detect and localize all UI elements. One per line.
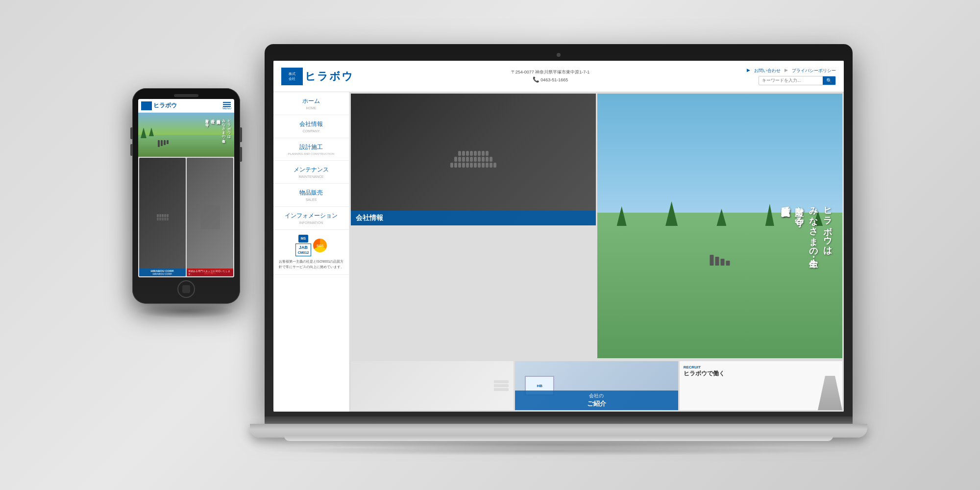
phone-side-button-power[interactable]: [240, 127, 242, 142]
search-button[interactable]: 🔍: [823, 76, 835, 85]
laptop-camera: [557, 53, 561, 57]
product-bg: [351, 361, 514, 410]
phone-tile-company-label: HIRABOU CORP. HIRABOU CORP.: [139, 269, 186, 276]
laptop-body: ヒラボウ 〒254-0077 神奈川県平塚市東中原1-7-1 📞 0463-51…: [265, 44, 853, 416]
phone-home-button-inner: [182, 285, 190, 293]
header-right: ▶ お問い合わせ ▶ プライバシーポリシー 🔍: [747, 68, 836, 85]
privacy-link[interactable]: プライバシーポリシー: [792, 68, 836, 74]
website-root: ヒラボウ 〒254-0077 神奈川県平塚市東中原1-7-1 📞 0463-51…: [273, 61, 844, 412]
logo-text: ヒラボウ: [305, 69, 354, 84]
phone-header: ヒラボウ MENU: [138, 99, 234, 113]
phone-speaker: [174, 94, 198, 97]
search-bar: 🔍: [759, 76, 836, 85]
tile-company-intro[interactable]: HB 会社の ご紹介: [515, 361, 678, 410]
nav-sales[interactable]: 物品販売 SALES: [273, 184, 349, 207]
nav-maintenance[interactable]: メンテナンス MAINTENANCE: [273, 161, 349, 184]
phone-menu-label: MENU: [222, 107, 231, 110]
phone-site: ヒラボウ MENU: [138, 99, 234, 277]
iso-badges: MS JABCM012 SGS: [277, 235, 345, 256]
hero-text-line3: 財産を守る: [792, 200, 807, 252]
hero-text-line4: 総合防災会社で: [778, 200, 792, 252]
phone-planning-sub: 実績ある専門スタッフが 対応いたします。: [187, 269, 233, 276]
site-logo: ヒラボウ: [281, 68, 354, 85]
tile-company[interactable]: 会社情報: [351, 94, 596, 225]
phone-body: ヒラボウ MENU: [132, 88, 240, 304]
iso-certification-area: MS JABCM012 SGS お客様第一主義の社是とISO9001の品質方 針…: [273, 230, 349, 275]
logo-icon: [281, 68, 303, 85]
header-address-block: 〒254-0077 神奈川県平塚市東中原1-7-1 📞 0463-51-1665: [511, 69, 590, 84]
iso-description: お客様第一主義の社是とISO9001の品質方 針で常にサービスの向上に努めていま…: [277, 259, 345, 270]
phone-hero-line3: 総合防災: [215, 117, 221, 136]
nav-company[interactable]: 会社情報 COMPANY: [273, 115, 349, 138]
header-address: 〒254-0077 神奈川県平塚市東中原1-7-1: [511, 69, 590, 75]
company-intro-label: 会社の ご紹介: [515, 391, 678, 410]
site-nav: ホーム HOME 会社情報 COMPANY 設計施工 PLANNING AND …: [273, 92, 349, 412]
tile-hero[interactable]: ヒラボウは みなさまの生命・ 財産を守る 総合防災会社で: [597, 94, 842, 358]
iso-jab-badge: JABCM012: [295, 244, 312, 256]
laptop-reflection: [314, 440, 804, 450]
phone-trees: [141, 127, 154, 138]
hero-people: [710, 255, 730, 266]
laptop-device: ヒラボウ 〒254-0077 神奈川県平塚市東中原1-7-1 📞 0463-51…: [265, 44, 853, 446]
people-group-icon: [450, 151, 496, 168]
hero-text: ヒラボウは みなさまの生命・ 財産を守る 総合防災会社で: [778, 200, 834, 252]
phone-volume-down-button[interactable]: [130, 144, 132, 156]
contact-link[interactable]: お問い合わせ: [754, 68, 781, 74]
phone-screen: ヒラボウ MENU: [138, 99, 234, 277]
phone-side-button-mid[interactable]: [240, 147, 242, 162]
phone-volume-up-button[interactable]: [130, 127, 132, 139]
phone-tile-company[interactable]: HIRABOU CORP. HIRABOU CORP.: [139, 158, 186, 276]
phone-people: [158, 140, 169, 147]
phone-hero-line4: 会社で: [209, 117, 215, 136]
site-header: ヒラボウ 〒254-0077 神奈川県平塚市東中原1-7-1 📞 0463-51…: [273, 61, 844, 92]
phone-hero-text: ヒラボウは みなさまの生命・ 総合防災 会社で 財産を守る: [204, 117, 232, 136]
phone-hamburger-icon: [223, 102, 231, 107]
site-main: ホーム HOME 会社情報 COMPANY 設計施工 PLANNING AND …: [273, 92, 844, 412]
phone-content-grid: HIRABOU CORP. HIRABOU CORP. 設計施工: [138, 157, 234, 277]
header-links: ▶ お問い合わせ ▶ プライバシーポリシー: [747, 68, 836, 74]
recruit-person-silhouette: [818, 376, 842, 410]
hero-text-line1: ヒラボウは: [820, 200, 834, 252]
header-phone: 📞 0463-51-1665: [511, 75, 590, 84]
phone-hero-line1: ヒラボウは: [226, 117, 232, 136]
content-bottom-grid: HB 会社の ご紹介 RECRUIT: [351, 361, 842, 410]
hero-text-line2: みなさまの生命・: [806, 200, 820, 252]
tile-recruit[interactable]: RECRUIT ヒラボウで働く: [680, 361, 842, 410]
phone-menu-button[interactable]: MENU: [222, 102, 231, 110]
content-top-grid: 会社情報: [351, 94, 842, 358]
phone-home-button[interactable]: [177, 280, 195, 298]
nav-planning[interactable]: 設計施工 PLANNING AND CONSTRUCTION: [273, 138, 349, 161]
phone-hero-line2: みなさまの生命・: [221, 117, 226, 136]
nav-information[interactable]: インフォメーション INFORMATION: [273, 207, 349, 230]
phone-hero: ヒラボウは みなさまの生命・ 総合防災 会社で 財産を守る: [138, 113, 234, 157]
phone-hero-line5: 財産を守る: [204, 117, 210, 136]
phone-shadow: [137, 304, 235, 318]
laptop-screen: ヒラボウ 〒254-0077 神奈川県平塚市東中原1-7-1 📞 0463-51…: [273, 61, 844, 412]
phone-logo-text: ヒラボウ: [153, 101, 177, 110]
tile-maintenance-product[interactable]: [351, 361, 514, 410]
phone-tile-planning[interactable]: 設計施工 実績ある専門スタッフが 対応いたします。: [187, 158, 233, 276]
header-triangle: ▶: [747, 68, 750, 74]
product-list-icon: [494, 380, 509, 391]
phone-logo-icon: [141, 101, 152, 110]
content-area: 会社情報: [349, 92, 844, 412]
iso-ms-badge: MS: [298, 235, 309, 243]
company-bg: [351, 94, 596, 225]
tile-company-label: 会社情報: [351, 211, 596, 225]
phone-device: ヒラボウ MENU: [132, 88, 240, 304]
iso-sgs-badge: SGS: [313, 239, 327, 252]
nav-home[interactable]: ホーム HOME: [273, 92, 349, 115]
search-input[interactable]: [759, 76, 823, 84]
